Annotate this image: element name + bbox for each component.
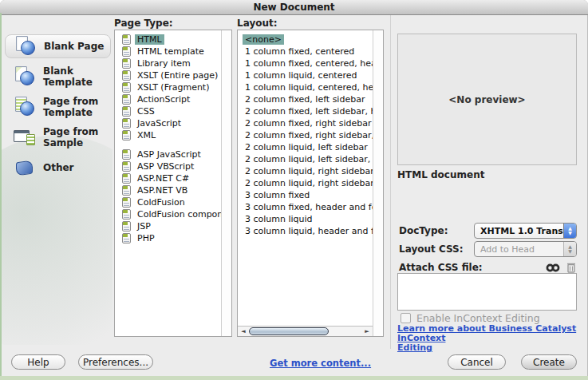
help-button[interactable]: Help [11,354,65,370]
sidebar-item-other[interactable]: Other [5,156,111,180]
layout-item[interactable]: 2 column liquid, left sidebar, header an… [238,153,373,165]
layout-item[interactable]: 2 column fixed, right sidebar [238,117,373,129]
page-from-sample-icon [13,127,37,148]
create-button[interactable]: Create [521,354,577,370]
layout-item[interactable]: 2 column fixed, left sidebar, header and… [238,105,373,117]
page-type-item[interactable] [115,141,221,148]
page-type-item[interactable]: XSLT (Entire page) [115,69,221,81]
page-type-item[interactable]: JSP [115,220,221,232]
attach-css-file-list[interactable] [397,273,577,311]
page-type-item[interactable]: ASP.NET C# [115,172,221,184]
layout-item[interactable]: 3 column fixed [238,189,373,201]
file-type-icon [122,46,131,57]
page-type-item-label: HTML template [135,46,207,57]
page-type-item-label: XSLT (Entire page) [135,70,220,81]
incontext-checkbox[interactable] [401,313,411,323]
sidebar-item-blank-template[interactable]: Blank Template [5,65,111,89]
file-type-icon [122,118,131,129]
page-type-item[interactable]: XSLT (Fragment) [115,81,221,93]
page-type-vertical-scrollbar[interactable] [221,30,231,336]
attach-css-label: Attach CSS file: [399,262,483,273]
layout-item[interactable]: 2 column liquid, right sidebar, header a… [238,177,373,189]
category-sidebar: Blank Page Blank Template Page from Temp… [2,15,112,345]
layout-item-label: 3 column liquid, header and footer [243,226,373,236]
window-title: New Document [253,2,334,13]
preferences-button[interactable]: Preferences... [78,354,153,370]
layout-item-label: 3 column liquid [243,214,315,224]
panel-divider [390,15,391,349]
scrollbar-thumb[interactable] [249,327,329,335]
page-type-item[interactable]: ASP JavaScript [115,148,221,160]
layout-listbox: <none> 1 column fixed, centered 1 column… [237,30,384,337]
page-type-item[interactable]: Library item [115,57,221,69]
layout-item[interactable]: 3 column liquid, header and footer [238,225,373,237]
page-type-item-label: ActionScript [135,94,192,105]
scrollbar-left-arrow-icon[interactable]: ◄ [239,327,248,336]
page-type-list[interactable]: HTML HTML template Library item [115,30,221,336]
new-document-dialog: New Document Blank Page Blank Template P… [0,0,588,380]
layout-item-label: 3 column fixed, header and footer [243,202,373,212]
page-type-item-label: XSLT (Fragment) [135,82,211,93]
page-type-item[interactable]: PHP [115,232,221,244]
page-type-item[interactable]: ASP VBScript [115,160,221,172]
layout-item[interactable]: 2 column liquid, left sidebar [238,141,373,153]
page-type-item[interactable]: ColdFusion component [115,208,221,220]
layout-item[interactable]: 2 column fixed, right sidebar, header an… [238,129,373,141]
title-bar[interactable]: New Document [0,0,588,15]
other-icon [13,157,37,178]
layout-item-label: 2 column fixed, left sidebar, header and… [243,106,373,117]
layout-item[interactable]: 2 column liquid, right sidebar [238,165,373,177]
file-type-icon [122,130,131,141]
layout-horizontal-scrollbar[interactable]: ◄ ► [238,326,373,336]
layout-item[interactable]: 2 column fixed, left sidebar [238,93,373,105]
layout-css-select[interactable]: Add to Head ▲ ▼ [474,241,577,257]
stepper-icon[interactable]: ▲ ▼ [563,242,576,256]
page-type-item-label: JavaScript [135,118,184,129]
layout-item-label: 1 column liquid, centered [243,70,359,81]
layout-list[interactable]: <none> 1 column fixed, centered 1 column… [238,30,373,326]
layout-item[interactable]: 1 column liquid, centered, header and fo… [238,81,373,93]
file-type-icon [122,82,131,93]
layout-item-label: 2 column liquid, right sidebar [243,166,373,176]
no-preview-text: <No preview> [448,94,525,105]
layout-item[interactable]: <none> [238,34,373,46]
page-edge-left [0,13,2,380]
sidebar-item-label: Blank Template [43,65,111,88]
page-type-item[interactable]: HTML [115,34,221,46]
stepper-icon[interactable]: ▲ ▼ [563,224,576,238]
layout-vertical-scrollbar[interactable] [373,30,383,326]
scrollbar-right-arrow-icon[interactable]: ► [362,327,372,336]
page-type-item[interactable]: XML [115,129,221,141]
attach-css-link-icon[interactable] [546,263,560,272]
page-type-item[interactable]: ActionScript [115,93,221,105]
sidebar-item-blank-page[interactable]: Blank Page [5,34,111,58]
layout-item[interactable]: 1 column fixed, centered [238,46,373,57]
doctype-value: XHTML 1.0 Transitional [475,224,563,238]
page-type-item-label: PHP [135,233,157,243]
layout-css-label: Layout CSS: [399,243,463,255]
page-type-item[interactable]: HTML template [115,46,221,57]
get-more-content-link[interactable]: Get more content... [270,358,371,369]
blank-page-icon [14,36,37,57]
page-type-item-label: ASP.NET VB [135,185,190,196]
cancel-button[interactable]: Cancel [448,354,506,370]
layout-item[interactable]: 3 column fixed, header and footer [238,201,373,213]
page-type-item[interactable]: ColdFusion [115,196,221,208]
layout-item[interactable]: 3 column liquid [238,213,373,225]
doctype-select[interactable]: XHTML 1.0 Transitional ▲ ▼ [474,223,577,239]
sidebar-item-page-from-template[interactable]: Page from Template [5,95,111,119]
attach-css-delete-icon[interactable] [566,262,576,273]
sidebar-item-label: Page from Sample [43,126,111,148]
file-type-icon [122,173,131,184]
page-type-item[interactable]: JavaScript [115,117,221,129]
page-type-item-label: ASP.NET C# [135,173,191,184]
page-type-item-label: Library item [135,58,193,69]
layout-item[interactable]: 1 column liquid, centered [238,69,373,81]
page-type-item[interactable]: ASP.NET VB [115,184,221,196]
layout-item[interactable]: 1 column fixed, centered, header and foo… [238,57,373,69]
sidebar-item-label: Blank Page [44,41,104,52]
sidebar-item-label: Other [43,162,74,173]
page-type-item[interactable]: CSS [115,105,221,117]
incontext-learn-more-link[interactable]: Learn more about Business Catalyst InCon… [397,324,587,353]
sidebar-item-page-from-sample[interactable]: Page from Sample [5,125,111,149]
